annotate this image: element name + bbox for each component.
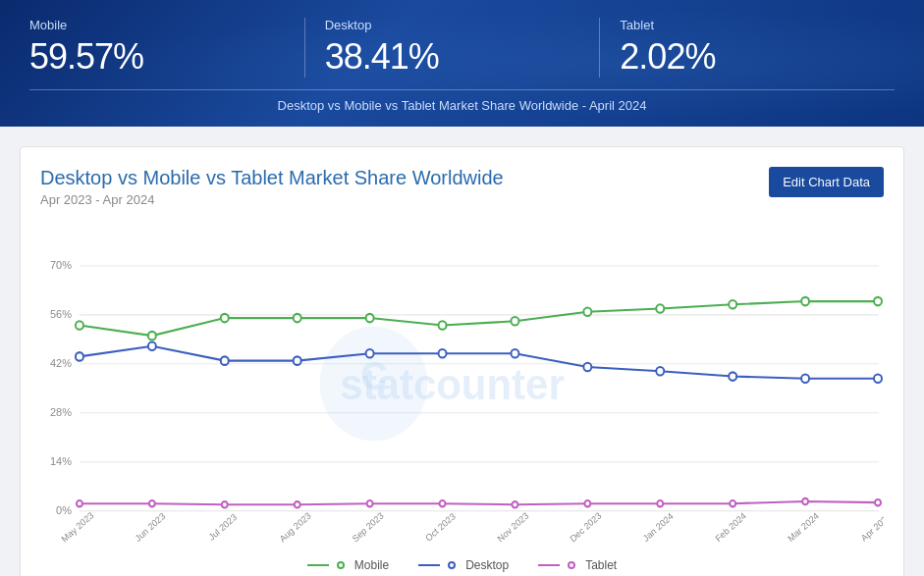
stat-mobile-value: 59.57% <box>29 36 285 78</box>
chart-container: Desktop vs Mobile vs Tablet Market Share… <box>20 146 904 576</box>
svg-point-61 <box>802 498 808 504</box>
header-divider <box>29 89 895 90</box>
header: Mobile 59.57% Desktop 38.41% Tablet 2.02… <box>0 0 924 127</box>
svg-point-54 <box>295 501 300 507</box>
stat-desktop-label: Desktop <box>325 18 580 32</box>
chart-title: Desktop vs Mobile vs Tablet Market Share… <box>40 167 504 189</box>
svg-point-38 <box>874 297 882 306</box>
svg-text:Jul 2023: Jul 2023 <box>207 512 239 543</box>
svg-point-29 <box>221 314 229 323</box>
svg-point-58 <box>584 500 590 506</box>
svg-point-32 <box>439 321 447 330</box>
legend-desktop: Desktop <box>418 558 509 572</box>
svg-point-42 <box>294 356 301 365</box>
svg-point-49 <box>801 374 809 383</box>
svg-text:70%: 70% <box>50 259 72 271</box>
svg-point-35 <box>656 304 664 313</box>
svg-point-34 <box>583 307 591 316</box>
edit-chart-button[interactable]: Edit Chart Data <box>769 167 884 197</box>
svg-text:0%: 0% <box>56 504 72 516</box>
svg-point-52 <box>149 500 155 506</box>
svg-point-62 <box>875 499 881 505</box>
chart-subtitle: Apr 2023 - Apr 2024 <box>40 192 504 207</box>
chart-svg: .grid-line { stroke: #e8e8e8; stroke-wid… <box>40 217 884 550</box>
svg-text:Apr 2024: Apr 2024 <box>859 511 884 544</box>
svg-point-37 <box>801 297 809 306</box>
legend-mobile: Mobile <box>307 558 389 572</box>
svg-point-55 <box>367 500 373 506</box>
svg-point-40 <box>148 342 156 351</box>
stat-tablet: Tablet 2.02% <box>620 18 895 78</box>
svg-point-30 <box>294 314 301 323</box>
svg-point-47 <box>656 367 664 376</box>
svg-point-43 <box>366 349 374 358</box>
svg-point-41 <box>221 356 229 365</box>
svg-point-44 <box>439 349 447 358</box>
svg-text:C: C <box>360 354 387 397</box>
stat-desktop-value: 38.41% <box>325 36 580 78</box>
svg-point-28 <box>148 332 156 340</box>
svg-point-27 <box>76 321 83 330</box>
svg-point-50 <box>874 374 882 383</box>
chart-area: .grid-line { stroke: #e8e8e8; stroke-wid… <box>40 217 884 550</box>
svg-point-33 <box>511 317 518 326</box>
svg-text:28%: 28% <box>50 406 72 418</box>
svg-point-45 <box>511 349 518 358</box>
svg-text:Jun 2023: Jun 2023 <box>134 511 168 544</box>
svg-text:Feb 2024: Feb 2024 <box>714 510 748 544</box>
svg-text:56%: 56% <box>50 308 72 320</box>
svg-point-39 <box>76 352 83 361</box>
svg-point-48 <box>729 372 736 381</box>
legend-desktop-label: Desktop <box>465 558 509 572</box>
chart-legend: Mobile Desktop Tablet <box>40 558 884 572</box>
svg-point-57 <box>512 501 517 507</box>
svg-point-31 <box>366 314 374 323</box>
svg-point-59 <box>657 500 663 506</box>
svg-point-56 <box>440 500 446 506</box>
svg-text:Dec 2023: Dec 2023 <box>569 510 604 544</box>
svg-point-60 <box>730 500 735 506</box>
stat-tablet-label: Tablet <box>620 18 875 32</box>
chart-title-block: Desktop vs Mobile vs Tablet Market Share… <box>40 167 504 207</box>
svg-point-36 <box>729 300 736 309</box>
svg-text:Jan 2024: Jan 2024 <box>641 511 676 544</box>
stat-mobile-label: Mobile <box>29 18 285 32</box>
svg-text:Sep 2023: Sep 2023 <box>351 510 386 544</box>
svg-text:Oct 2023: Oct 2023 <box>424 511 458 544</box>
chart-header: Desktop vs Mobile vs Tablet Market Share… <box>40 167 884 207</box>
svg-text:Aug 2023: Aug 2023 <box>278 510 313 544</box>
stat-tablet-value: 2.02% <box>620 36 875 78</box>
legend-tablet: Tablet <box>538 558 617 572</box>
header-stats: Mobile 59.57% Desktop 38.41% Tablet 2.02… <box>29 18 895 78</box>
stat-mobile: Mobile 59.57% <box>29 18 305 78</box>
legend-mobile-label: Mobile <box>354 558 389 572</box>
header-subtitle: Desktop vs Mobile vs Tablet Market Share… <box>29 98 895 113</box>
svg-text:42%: 42% <box>50 357 72 369</box>
stat-desktop: Desktop 38.41% <box>325 18 601 78</box>
svg-text:Mar 2024: Mar 2024 <box>787 510 821 544</box>
svg-point-53 <box>222 501 228 507</box>
svg-text:14%: 14% <box>50 455 72 467</box>
svg-text:Nov 2023: Nov 2023 <box>496 510 531 544</box>
legend-tablet-label: Tablet <box>585 558 617 572</box>
svg-point-46 <box>583 363 591 372</box>
svg-point-51 <box>77 500 82 506</box>
